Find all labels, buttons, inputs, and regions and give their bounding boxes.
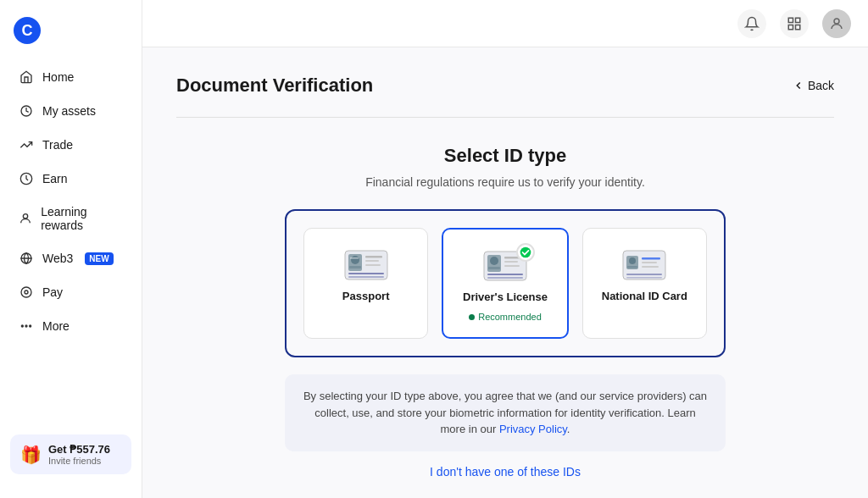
sidebar-item-web3[interactable]: Web3 NEW [5,242,136,274]
sidebar-item-trade[interactable]: Trade [5,129,136,161]
svg-point-6 [25,325,27,327]
svg-point-4 [25,290,28,294]
earn-icon [19,171,34,186]
topbar [142,0,868,47]
gift-icon: 🎁 [20,445,42,465]
pay-icon [19,285,34,300]
sidebar-bottom: 🎁 Get ₱557.76 Invite friends [0,424,142,484]
national-id-icon [621,249,667,281]
svg-point-32 [520,247,531,258]
notice-suffix: . [567,423,570,435]
svg-rect-16 [349,266,361,268]
drivers-license-icon [482,250,528,282]
invite-label: Invite friends [48,456,110,466]
sidebar: C Home My assets Trade Earn [0,0,142,498]
trade-icon [19,137,34,152]
sidebar-item-label: My assets [42,104,96,118]
sidebar-item-my-assets[interactable]: My assets [5,95,136,127]
sidebar-item-label: Web3 [42,252,73,265]
sidebar-item-label: More [42,319,70,333]
svg-point-25 [490,257,498,265]
svg-rect-20 [348,273,384,274]
notice-box: By selecting your ID type above, you agr… [285,374,726,451]
svg-rect-39 [642,266,659,268]
svg-rect-31 [487,277,523,279]
svg-rect-10 [788,25,793,29]
passport-icon [343,249,389,281]
svg-point-1 [23,214,27,219]
svg-rect-26 [488,267,500,269]
svg-point-35 [629,257,636,264]
svg-point-5 [21,325,23,327]
svg-rect-19 [365,264,381,266]
select-id-section: Select ID type Financial regulations req… [176,145,834,479]
svg-rect-40 [626,274,662,275]
no-id-link[interactable]: I don't have one of these IDs [176,465,834,479]
sidebar-item-label: Home [42,70,74,84]
recommended-badge: Recommended [469,312,542,322]
sidebar-item-home[interactable]: Home [5,61,136,93]
invite-card[interactable]: 🎁 Get ₱557.76 Invite friends [10,434,131,474]
svg-rect-21 [348,276,384,278]
grid-button[interactable] [780,9,809,38]
logo[interactable]: C [0,14,142,61]
svg-rect-18 [365,260,379,262]
svg-point-12 [834,19,839,24]
main-area: Document Verification Back Select ID typ… [142,0,868,498]
national-id-label: National ID Card [602,290,687,302]
home-icon [19,69,34,85]
sidebar-item-pay[interactable]: Pay [5,276,136,308]
bell-button[interactable] [737,9,766,38]
svg-rect-22 [350,257,359,259]
select-id-subtitle: Financial regulations require us to veri… [176,175,834,189]
invite-amount: Get ₱557.76 [48,443,110,456]
page-header: Document Verification Back [176,75,834,97]
svg-rect-30 [487,274,523,275]
svg-point-15 [351,256,359,264]
content-area: Document Verification Back Select ID typ… [142,47,868,498]
id-cards-wrapper: Passport [285,209,726,357]
sidebar-item-label: Learning rewards [41,205,123,232]
svg-rect-28 [504,261,518,263]
svg-rect-37 [642,257,660,260]
svg-rect-36 [627,266,637,268]
drivers-license-card[interactable]: Driver's License Recommended [442,228,568,339]
recommended-dot [469,314,475,320]
svg-rect-41 [626,277,662,279]
svg-rect-29 [504,265,520,267]
learning-icon [19,211,32,226]
passport-card[interactable]: Passport [303,228,428,339]
drivers-license-label: Driver's License [463,290,548,303]
recommended-label: Recommended [478,312,542,322]
back-label: Back [808,79,834,92]
svg-rect-9 [796,18,800,22]
new-badge: NEW [85,252,113,265]
svg-point-7 [30,325,31,327]
svg-rect-17 [365,256,382,258]
svg-rect-8 [788,18,793,22]
national-id-card[interactable]: National ID Card [582,228,707,339]
sidebar-item-label: Trade [42,138,73,152]
avatar[interactable] [822,9,851,38]
svg-point-3 [21,287,31,297]
sidebar-item-more[interactable]: More [5,310,136,342]
logo-icon: C [14,17,41,44]
assets-icon [19,103,34,119]
sidebar-item-label: Earn [42,172,68,185]
sidebar-item-learning-rewards[interactable]: Learning rewards [5,196,136,241]
privacy-policy-link[interactable]: Privacy Policy [499,423,567,435]
svg-rect-38 [642,262,657,263]
web3-icon [19,251,34,266]
more-icon [19,318,34,334]
page-title: Document Verification [176,75,373,97]
sidebar-nav: Home My assets Trade Earn Learning rewar [0,61,142,424]
sidebar-item-earn[interactable]: Earn [5,163,136,195]
sidebar-item-label: Pay [42,285,63,299]
svg-rect-11 [796,25,800,29]
invite-text: Get ₱557.76 Invite friends [48,443,110,466]
passport-label: Passport [342,290,390,302]
back-button[interactable]: Back [793,79,834,92]
divider [176,117,834,118]
select-id-title: Select ID type [176,145,834,167]
